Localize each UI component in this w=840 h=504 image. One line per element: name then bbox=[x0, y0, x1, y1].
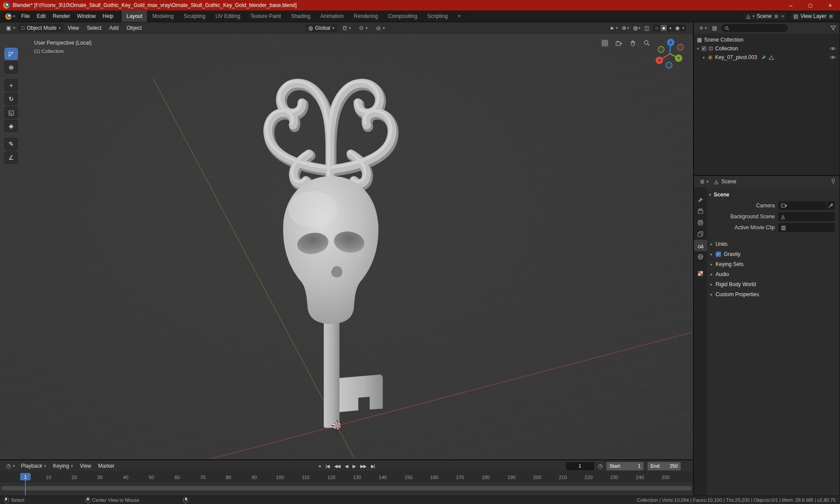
jump-to-start-button[interactable]: |◀ bbox=[326, 464, 329, 469]
background-scene-field[interactable]: ◬ bbox=[778, 212, 835, 221]
add-workspace-button[interactable]: + bbox=[453, 10, 466, 22]
menu-edit[interactable]: Edit bbox=[33, 13, 49, 19]
previous-keyframe-button[interactable]: ◀◀ bbox=[334, 464, 340, 469]
tab-texture[interactable] bbox=[694, 268, 707, 279]
new-scene-button[interactable]: ⊞ bbox=[774, 14, 779, 19]
gizmo-neg-x[interactable] bbox=[677, 44, 683, 50]
menu-marker[interactable]: Marker bbox=[94, 463, 118, 469]
navigation-gizmo[interactable]: Z X Y bbox=[656, 38, 683, 68]
tool-measure[interactable]: ∠ bbox=[4, 151, 18, 164]
workspace-tab-shading[interactable]: Shading bbox=[286, 10, 315, 22]
timeline-scrollbar[interactable] bbox=[1, 486, 692, 490]
unlink-scene-button[interactable]: × bbox=[781, 14, 784, 19]
workspace-tab-rendering[interactable]: Rendering bbox=[349, 10, 383, 22]
timeline-editor-type-button[interactable]: ◷ ▾ bbox=[4, 462, 18, 470]
current-frame-indicator[interactable]: 1 bbox=[20, 473, 31, 480]
gravity-checkbox[interactable]: ✓ bbox=[716, 252, 721, 257]
view-layer-selector[interactable]: ▤ View Layer ⊞ bbox=[790, 12, 836, 21]
gizmo-neg-y[interactable] bbox=[658, 46, 664, 52]
tool-move[interactable]: + bbox=[4, 79, 18, 91]
menu-help[interactable]: Help bbox=[99, 13, 117, 19]
display-mode-icon[interactable]: ▤ bbox=[712, 25, 717, 31]
pin-icon[interactable] bbox=[831, 178, 836, 185]
menu-render[interactable]: Render bbox=[49, 13, 74, 19]
close-button[interactable]: × bbox=[820, 0, 840, 10]
snap-toggle[interactable]: Ω ▾ bbox=[340, 24, 354, 32]
menu-playback[interactable]: Playback▾ bbox=[18, 463, 49, 469]
pan-hand-icon[interactable] bbox=[630, 40, 636, 46]
menu-keying[interactable]: Keying▾ bbox=[49, 463, 76, 469]
play-reverse-button[interactable]: ◀ bbox=[345, 464, 348, 469]
menu-view[interactable]: View bbox=[64, 25, 83, 31]
shading-rendered-button[interactable]: ◉ bbox=[675, 25, 679, 31]
menu-window[interactable]: Window bbox=[74, 13, 99, 19]
panel-units[interactable]: ▸ Units bbox=[709, 239, 835, 249]
maximize-button[interactable]: □ bbox=[801, 0, 820, 10]
play-button[interactable]: ▶ bbox=[353, 464, 356, 469]
panel-rigid-body-world[interactable]: ▸ Rigid Body World bbox=[709, 279, 835, 289]
expand-arrow-icon[interactable]: ▸ bbox=[703, 55, 705, 60]
shading-solid-button[interactable]: ● bbox=[661, 25, 666, 31]
end-frame-field[interactable]: End: 250 bbox=[648, 462, 681, 470]
record-button[interactable]: ● bbox=[318, 463, 321, 469]
mode-dropdown[interactable]: □ Object Mode ▾ bbox=[19, 24, 63, 32]
gizmos-toggle[interactable]: ⊕ ▾ bbox=[622, 25, 629, 31]
tab-output[interactable] bbox=[694, 217, 707, 228]
outliner-editor-type-button[interactable]: ≡ ▾ bbox=[697, 24, 710, 32]
tab-world[interactable] bbox=[694, 251, 707, 262]
tool-rotate[interactable]: ↻ bbox=[4, 93, 18, 105]
menu-timeline-view[interactable]: View bbox=[76, 463, 94, 469]
viewport-canvas[interactable]: Z X Y User Perspective (Local) (1) Colle… bbox=[0, 34, 693, 459]
tool-cursor[interactable]: ⊕ bbox=[4, 61, 18, 74]
start-frame-field[interactable]: Start: 1 bbox=[606, 462, 644, 470]
workspace-tab-uv-editing[interactable]: UV Editing bbox=[210, 10, 245, 22]
proportional-edit-dropdown[interactable]: ◎ ▾ bbox=[373, 24, 387, 32]
zoom-icon[interactable] bbox=[644, 40, 650, 46]
shading-material-button[interactable]: ◐ bbox=[669, 25, 672, 31]
key-model[interactable] bbox=[266, 81, 393, 428]
hide-in-viewport-toggle[interactable] bbox=[830, 55, 836, 60]
jump-to-end-button[interactable]: ▶| bbox=[371, 464, 374, 469]
timeline-track[interactable] bbox=[0, 482, 693, 496]
gizmo-neg-z[interactable] bbox=[666, 62, 672, 68]
camera-field[interactable] bbox=[778, 201, 826, 210]
panel-audio[interactable]: ▸ Audio bbox=[709, 269, 835, 279]
panel-custom-properties[interactable]: ▸ Custom Properties bbox=[709, 289, 835, 299]
active-movie-clip-field[interactable]: ▥ bbox=[778, 223, 835, 232]
workspace-tab-compositing[interactable]: Compositing bbox=[383, 10, 423, 22]
timeline-ruler[interactable]: 10 20 30 40 50 60 70 80 90 100 110 120 1… bbox=[0, 472, 693, 482]
grid-ortho-icon[interactable] bbox=[602, 40, 608, 46]
menu-object[interactable]: Object bbox=[123, 25, 145, 31]
tool-select-box[interactable]: ◸ bbox=[4, 48, 18, 60]
new-view-layer-button[interactable]: ⊞ bbox=[829, 14, 833, 19]
row-key-object[interactable]: ▸ Key_07_pivot.003 bbox=[694, 53, 839, 62]
row-scene-collection[interactable]: ▦ Scene Collection bbox=[694, 35, 839, 44]
workspace-tab-layout[interactable]: Layout bbox=[121, 10, 147, 22]
tab-tool[interactable] bbox=[694, 194, 707, 206]
editor-type-button[interactable]: ▣ ▾ bbox=[4, 24, 18, 32]
hide-in-viewport-toggle[interactable] bbox=[830, 46, 836, 51]
minimize-button[interactable]: – bbox=[781, 0, 801, 10]
workspace-tab-scripting[interactable]: Scripting bbox=[423, 10, 453, 22]
workspace-tab-sculpting[interactable]: Sculpting bbox=[179, 10, 210, 22]
blender-menu-button[interactable]: ▾ bbox=[3, 13, 18, 20]
workspace-tab-texture-paint[interactable]: Texture Paint bbox=[245, 10, 286, 22]
overlays-toggle[interactable]: ◍ ▾ bbox=[633, 25, 640, 31]
workspace-tab-modeling[interactable]: Modeling bbox=[147, 10, 179, 22]
shading-wireframe-button[interactable]: ○ bbox=[655, 25, 658, 31]
filter-icon[interactable] bbox=[830, 25, 836, 31]
transform-orientation-dropdown[interactable]: ◍ Global ▾ bbox=[306, 24, 337, 32]
snap-target-dropdown[interactable]: ⊙ ▾ bbox=[357, 24, 371, 32]
next-keyframe-button[interactable]: ▶▶ bbox=[360, 464, 366, 469]
row-collection[interactable]: ▾ ✓ ⊡ Collection bbox=[694, 44, 839, 53]
expand-arrow-icon[interactable]: ▾ bbox=[697, 46, 699, 51]
tool-annotate[interactable]: ✎ bbox=[4, 138, 18, 150]
tab-scene[interactable] bbox=[694, 240, 707, 251]
tool-transform[interactable]: ◈ bbox=[4, 120, 18, 132]
outliner-search[interactable] bbox=[721, 24, 788, 32]
menu-file[interactable]: File bbox=[18, 13, 33, 19]
search-input[interactable] bbox=[731, 25, 785, 31]
collection-checkbox[interactable]: ✓ bbox=[701, 46, 707, 51]
tab-render[interactable] bbox=[694, 206, 707, 217]
object-visibility-dropdown[interactable]: ► ▾ bbox=[610, 25, 618, 31]
